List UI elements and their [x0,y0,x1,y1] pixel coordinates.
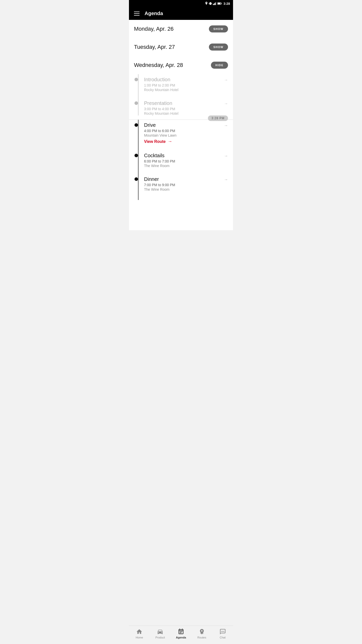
view-route-label: View Route [144,139,166,144]
svg-rect-4 [214,3,215,5]
svg-rect-6 [216,2,216,5]
event-dot-drive [134,123,138,127]
drive-location: Mountain View Lawn [144,133,228,137]
event-dot-dinner [134,177,138,181]
vibrate-icon [209,2,212,5]
current-time-divider: 3:28 PM [129,115,233,120]
battery-icon [217,2,222,5]
cocktails-location: The Wine Room [144,164,228,168]
page-title: Agenda [145,11,163,16]
past-events: Introduction 1:00 PM to 2:00 PM Rocky Mo… [129,74,233,115]
dinner-arrow: → [224,177,228,182]
svg-rect-8 [221,3,222,4]
presentation-time: 3:00 PM to 4:00 PM [144,107,228,111]
presentation-location: Rocky Mountain Hotel [144,111,228,115]
cocktails-title: Cocktails [144,153,228,158]
dinner-title: Dinner [144,176,228,182]
event-dot-presentation [134,101,138,105]
view-route-arrow-icon: → [168,139,172,144]
presentation-title: Presentation [144,100,228,106]
event-dot-cocktails [134,154,138,157]
wednesday-row: Wednesday, Apr. 28 HIDE [129,56,233,74]
monday-label: Monday, Apr. 26 [134,26,173,32]
event-dot-introduction [134,78,138,81]
current-time-badge: 3:28 PM [208,115,228,121]
svg-rect-0 [210,2,211,5]
dinner-location: The Wine Room [144,187,228,191]
location-icon [205,2,208,5]
introduction-location: Rocky Mountain Hotel [144,88,228,92]
cocktails-arrow: → [224,154,228,158]
agenda-content: Monday, Apr. 26 SHOW Tuesday, Apr. 27 SH… [129,20,233,230]
drive-time: 4:00 PM to 6:00 PM [144,129,228,133]
wednesday-label: Wednesday, Apr. 28 [134,62,183,68]
tuesday-row: Tuesday, Apr. 27 SHOW [129,38,233,56]
cocktails-time: 6:00 PM to 7:00 PM [144,159,228,163]
presentation-arrow: → [224,101,228,106]
future-timeline-line [138,120,139,200]
tuesday-show-button[interactable]: SHOW [209,44,228,51]
view-route-button[interactable]: View Route → [144,139,228,144]
past-timeline-line [138,74,139,115]
monday-row: Monday, Apr. 26 SHOW [129,20,233,38]
drive-arrow: → [224,123,228,128]
menu-button[interactable] [134,12,140,16]
list-item[interactable]: Introduction 1:00 PM to 2:00 PM Rocky Mo… [141,74,228,98]
tuesday-label: Tuesday, Apr. 27 [134,44,175,50]
introduction-title: Introduction [144,77,228,83]
svg-rect-9 [218,3,220,4]
introduction-arrow: → [224,78,228,82]
list-item[interactable]: Cocktails 6:00 PM to 7:00 PM The Wine Ro… [141,150,228,174]
list-item[interactable]: Presentation 3:00 PM to 4:00 PM Rocky Mo… [141,98,228,115]
introduction-time: 1:00 PM to 2:00 PM [144,83,228,87]
dinner-time: 7:00 PM to 9:00 PM [144,183,228,187]
svg-rect-5 [215,3,216,5]
status-bar: 3:28 [129,0,233,7]
wednesday-hide-button[interactable]: HIDE [211,62,228,69]
signal-icon [213,2,216,5]
future-events: Drive 4:00 PM to 6:00 PM Mountain View L… [129,120,233,200]
svg-rect-2 [211,3,212,4]
status-time: 3:28 [223,2,230,6]
monday-show-button[interactable]: SHOW [209,25,228,32]
svg-rect-3 [213,4,214,5]
app-header: Agenda [129,7,233,20]
list-item[interactable]: Dinner 7:00 PM to 9:00 PM The Wine Room … [141,174,228,197]
list-item[interactable]: Drive 4:00 PM to 6:00 PM Mountain View L… [141,120,228,150]
svg-rect-1 [209,3,209,4]
drive-title: Drive [144,122,228,128]
